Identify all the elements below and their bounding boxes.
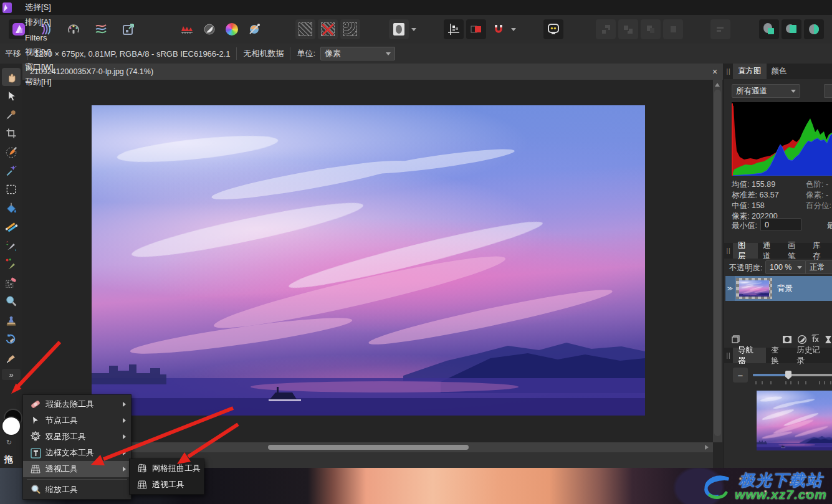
blur-tool-button[interactable] — [2, 292, 21, 310]
chevron-down-icon — [791, 90, 796, 93]
layer-effects-icon[interactable]: f̅x — [812, 335, 819, 344]
zoom-slider-handle[interactable] — [785, 371, 791, 379]
vignette-dropdown-chevron-icon[interactable] — [411, 28, 416, 31]
invert-selection-button[interactable] — [340, 19, 360, 39]
geometry-subtract-button[interactable] — [782, 19, 801, 39]
scroll-up-icon[interactable] — [715, 83, 720, 87]
stacked-layers-icon[interactable] — [730, 334, 742, 345]
scroll-right-icon[interactable] — [705, 445, 709, 450]
menubar-item[interactable]: Filters — [16, 30, 63, 45]
layer-row-background[interactable]: ≫ 背景 — [725, 276, 832, 301]
tab-navigator[interactable]: 导航器 — [733, 348, 766, 363]
order-front-button[interactable] — [596, 19, 616, 39]
paint-brush-tool-button[interactable] — [2, 236, 21, 254]
tab-stock[interactable]: 库存 — [808, 243, 832, 259]
submenu-arrow-icon — [123, 418, 126, 423]
tab-channels[interactable]: 通道 — [758, 243, 783, 259]
menubar-item[interactable]: 窗口[W] — [16, 60, 63, 75]
menu-item-zoom[interactable]: 缩放工具 — [23, 482, 131, 498]
smudge-tool-button[interactable] — [2, 348, 21, 366]
geometry-intersect-button[interactable] — [804, 19, 824, 39]
layer-name[interactable]: 背景 — [777, 283, 793, 294]
undo-brush-tool-button[interactable] — [2, 330, 21, 348]
menubar-item[interactable]: 选择[S] — [16, 0, 63, 15]
marquee-tool-button[interactable] — [2, 180, 21, 198]
min-value-input[interactable]: 0 — [760, 218, 801, 231]
tab-layers[interactable]: 图层 — [733, 243, 758, 259]
panel-grip-icon[interactable]: || — [724, 352, 733, 359]
horizontal-scrollbar-thumb[interactable] — [268, 445, 469, 450]
unit-select[interactable]: 像素 — [320, 47, 395, 60]
document-tab[interactable]: 2109241200035X7-0-lp.jpg (74.1%) — [22, 67, 707, 76]
layer-thumbnail[interactable] — [736, 278, 772, 299]
channel-select[interactable]: 所有通道 — [732, 84, 800, 98]
vignette-button[interactable] — [389, 19, 409, 39]
vertical-scrollbar[interactable] — [713, 80, 722, 442]
menu-item-perspective[interactable]: 透视工具 — [23, 461, 131, 477]
tab-transform[interactable]: 变换 — [766, 348, 791, 363]
crop-tool-button[interactable] — [2, 124, 21, 142]
submenu-item-perspective[interactable]: 透视工具 — [130, 477, 204, 493]
menubar-item[interactable]: 视图[V] — [16, 45, 63, 60]
adjustment-layer-icon[interactable] — [797, 335, 807, 345]
show-guides-button[interactable] — [444, 19, 464, 39]
gradient-tool-button[interactable] — [2, 217, 21, 235]
colour-picker-tool-button[interactable] — [2, 105, 21, 123]
mask-layer-icon[interactable] — [782, 335, 792, 345]
document-image[interactable] — [92, 105, 645, 416]
layer-grip-icon[interactable]: ≫ — [725, 276, 735, 301]
pixel-tool-button[interactable] — [2, 273, 21, 292]
auto-contrast-button[interactable] — [199, 19, 219, 39]
selection-brush-tool-button[interactable] — [2, 143, 21, 161]
zoom-slider[interactable] — [753, 374, 832, 376]
blend-mode-select[interactable]: 正常 — [805, 260, 832, 274]
menu-item-node-tool[interactable]: 节点工具 — [23, 412, 131, 429]
order-forward-button[interactable] — [618, 19, 638, 39]
primary-colour-swatch[interactable] — [1, 416, 21, 436]
menu-item-blemish-removal[interactable]: 瑕疵去除工具 — [23, 396, 131, 412]
more-tools-button[interactable]: » — [2, 369, 21, 380]
panel-grip-icon[interactable]: || — [724, 68, 733, 75]
snapping-dropdown-chevron-icon[interactable] — [511, 28, 516, 31]
deselect-button[interactable] — [318, 19, 338, 39]
menubar-item[interactable]: 帮助[H] — [16, 75, 63, 90]
close-document-icon[interactable]: × — [707, 67, 723, 77]
submenu-item-mesh-warp[interactable]: 网格扭曲工具 — [130, 460, 204, 477]
export-persona-button[interactable] — [118, 19, 138, 39]
order-backward-button[interactable] — [641, 19, 661, 39]
tab-histogram[interactable]: 直方图 — [733, 64, 767, 79]
colour-selector[interactable]: ↻ — [0, 407, 22, 456]
order-back-button[interactable] — [663, 19, 683, 39]
develop-persona-button[interactable] — [64, 19, 84, 39]
snapping-button[interactable] — [489, 19, 509, 39]
show-margins-button[interactable] — [466, 19, 486, 39]
watermark-site-name: 极光下载站 — [739, 472, 823, 488]
geometry-icon[interactable] — [824, 335, 832, 345]
select-all-button[interactable] — [295, 19, 315, 39]
menubar-item[interactable]: 排列[A] — [16, 15, 63, 30]
opacity-select[interactable]: 100 % — [765, 260, 806, 274]
histogram-options-button[interactable] — [824, 84, 832, 98]
vertical-scrollbar-thumb[interactable] — [714, 90, 721, 436]
assistant-button[interactable] — [543, 19, 563, 39]
tone-mapping-persona-button[interactable] — [91, 19, 111, 39]
geometry-add-button[interactable] — [759, 19, 779, 39]
tab-colour[interactable]: 颜色 — [767, 64, 792, 79]
tab-history[interactable]: 历史记录 — [791, 348, 832, 363]
menu-item-frame-text[interactable]: 边框文本工具 — [23, 445, 131, 461]
menu-item-double-star[interactable]: 双星形工具 — [23, 429, 131, 445]
affinity-photo-window: 文件[F]编辑[E]文本[T]文档[D]图层[L]选择[S]排列[A]Filte… — [0, 0, 832, 504]
zoom-out-button[interactable]: − — [733, 368, 748, 383]
swap-colours-icon[interactable]: ↻ — [6, 439, 12, 447]
navigator-preview[interactable] — [757, 391, 832, 450]
auto-white-balance-button[interactable] — [244, 19, 264, 39]
auto-levels-button[interactable] — [177, 19, 197, 39]
flood-fill-tool-button[interactable] — [2, 199, 21, 217]
clone-stamp-tool-button[interactable] — [2, 311, 21, 329]
colour-replacement-brush-tool-button[interactable] — [2, 255, 21, 273]
auto-colour-button[interactable] — [222, 19, 242, 39]
panel-grip-icon[interactable]: || — [724, 247, 733, 254]
flood-select-tool-button[interactable] — [2, 161, 21, 179]
alignment-button[interactable] — [710, 19, 730, 39]
tab-brushes[interactable]: 画笔 — [783, 243, 808, 259]
